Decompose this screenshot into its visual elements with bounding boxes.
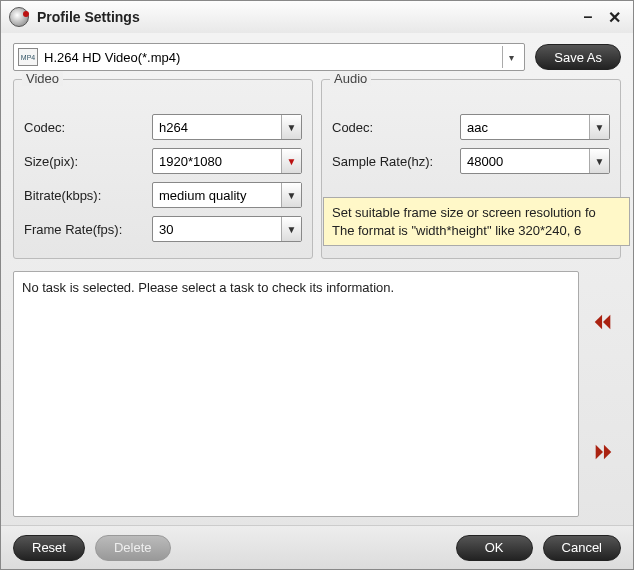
chevron-down-icon: ▼ (281, 183, 301, 207)
audio-codec-value: aac (467, 120, 589, 135)
chevron-down-icon: ▼ (281, 149, 301, 173)
video-size-select[interactable]: 1920*1080 ▼ (152, 148, 302, 174)
cancel-button[interactable]: Cancel (543, 535, 621, 561)
video-codec-label: Codec: (24, 120, 152, 135)
audio-codec-label: Codec: (332, 120, 460, 135)
audio-samplerate-label: Sample Rate(hz): (332, 154, 460, 169)
chevron-down-icon: ▾ (502, 46, 520, 68)
size-tooltip: Set suitable frame size or screen resolu… (323, 197, 630, 246)
chevron-down-icon: ▼ (281, 115, 301, 139)
chevron-down-icon: ▼ (589, 115, 609, 139)
video-codec-select[interactable]: h264 ▼ (152, 114, 302, 140)
profile-select-value: H.264 HD Video(*.mp4) (44, 50, 502, 65)
video-framerate-select[interactable]: 30 ▼ (152, 216, 302, 242)
save-as-button[interactable]: Save As (535, 44, 621, 70)
audio-samplerate-value: 48000 (467, 154, 589, 169)
task-info-message: No task is selected. Please select a tas… (22, 280, 394, 295)
audio-samplerate-select[interactable]: 48000 ▼ (460, 148, 610, 174)
reset-button[interactable]: Reset (13, 535, 85, 561)
app-icon (9, 7, 29, 27)
chevron-down-icon: ▼ (589, 149, 609, 173)
previous-button[interactable] (588, 307, 618, 337)
video-framerate-value: 30 (159, 222, 281, 237)
profile-select[interactable]: MP4 H.264 HD Video(*.mp4) ▾ (13, 43, 525, 71)
minimize-button[interactable]: – (577, 6, 599, 28)
audio-group-label: Audio (330, 71, 371, 86)
task-info-box: No task is selected. Please select a tas… (13, 271, 579, 517)
chevron-down-icon: ▼ (281, 217, 301, 241)
video-bitrate-select[interactable]: medium quality ▼ (152, 182, 302, 208)
titlebar: Profile Settings – ✕ (1, 1, 633, 33)
video-codec-value: h264 (159, 120, 281, 135)
video-group: Video Codec: h264 ▼ Size(pix): 1920*1080… (13, 79, 313, 259)
window-title: Profile Settings (37, 9, 140, 25)
next-button[interactable] (588, 437, 618, 467)
video-bitrate-value: medium quality (159, 188, 281, 203)
audio-codec-select[interactable]: aac ▼ (460, 114, 610, 140)
close-button[interactable]: ✕ (603, 6, 625, 28)
video-size-value: 1920*1080 (159, 154, 281, 169)
video-size-label: Size(pix): (24, 154, 152, 169)
double-right-icon (592, 441, 614, 463)
double-left-icon (592, 311, 614, 333)
video-group-label: Video (22, 71, 63, 86)
video-framerate-label: Frame Rate(fps): (24, 222, 152, 237)
tooltip-line-1: Set suitable frame size or screen resolu… (332, 204, 621, 222)
profile-settings-window: Profile Settings – ✕ MP4 H.264 HD Video(… (0, 0, 634, 570)
video-bitrate-label: Bitrate(kbps): (24, 188, 152, 203)
footer: Reset Delete OK Cancel (1, 525, 633, 569)
ok-button[interactable]: OK (456, 535, 533, 561)
mp4-icon: MP4 (18, 48, 38, 66)
tooltip-line-2: The format is "width*height" like 320*24… (332, 222, 621, 240)
delete-button: Delete (95, 535, 171, 561)
